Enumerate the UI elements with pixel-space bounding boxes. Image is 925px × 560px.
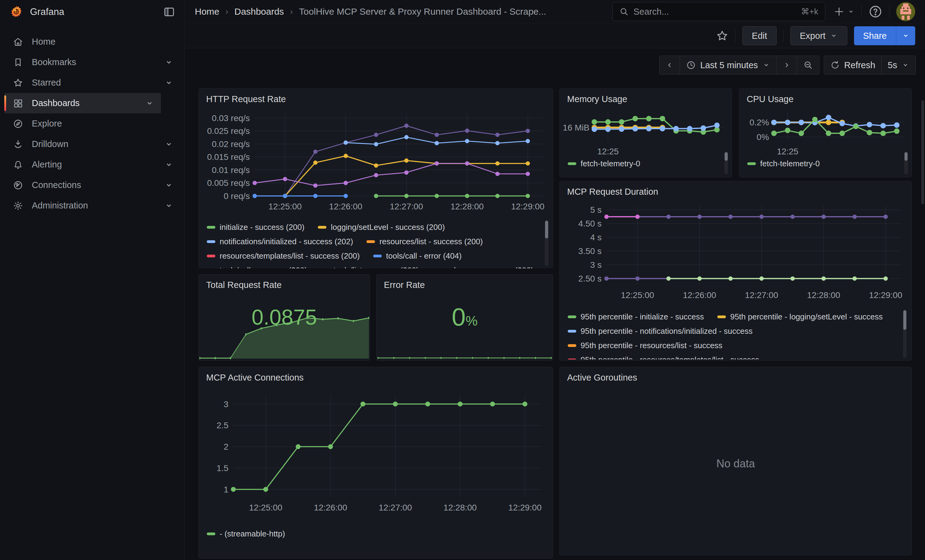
svg-text:2.5: 2.5 [217,420,229,430]
http-request-rate-chart[interactable]: 12:25:0012:26:0012:27:0012:28:0012:29:00… [201,107,547,219]
breadcrumb: Home › Dashboards › ToolHive MCP Server … [195,6,546,17]
legend-item[interactable]: 95th percentile - resources/list - succe… [568,341,723,350]
legend-item[interactable]: tools/call - success (200) [207,266,307,269]
legend-row-clipped: tools/call - success (200) tools/list - … [207,263,541,269]
chevron-down-icon [164,140,173,149]
legend-label: unknown - success (200) [445,266,533,269]
svg-text:12:25: 12:25 [597,147,619,155]
legend-item[interactable]: 95th percentile - resources/templates/li… [568,355,759,359]
legend-item[interactable]: resources/list - success (200) [366,237,483,246]
legend-item[interactable]: unknown - success (200) [432,266,533,269]
panel-title[interactable]: MCP Active Connections [206,372,304,383]
search-input[interactable]: Search... ⌘+k [612,2,825,21]
sidebar-toggle-icon[interactable] [163,6,175,18]
legend-item[interactable]: resources/templates/list - success (200) [207,251,360,261]
svg-text:0.01 req/s: 0.01 req/s [212,165,250,175]
breadcrumb-home[interactable]: Home [195,6,219,17]
cpu-usage-chart[interactable]: 12:250.2%0% [742,103,907,155]
sidebar-item-label: Administration [32,201,156,211]
series-swatch [207,255,215,257]
svg-text:12:29:00: 12:29:00 [869,290,902,300]
time-shift-forward-button[interactable] [777,56,797,75]
legend-item[interactable]: initialize - success (200) [207,222,304,232]
zoom-out-button[interactable] [797,56,820,75]
svg-text:12:27:00: 12:27:00 [745,290,778,300]
scrollbar-thumb[interactable] [904,152,908,161]
svg-text:1.5: 1.5 [217,463,229,473]
sidebar-item-starred[interactable]: Starred [4,72,180,93]
panel-title[interactable]: Active Goroutines [567,372,637,383]
svg-text:12:27:00: 12:27:00 [379,503,412,512]
svg-text:3 s: 3 s [590,260,601,270]
panel-total-request-rate: Total Request Rate 0.0875 [199,274,370,361]
mcp-request-duration-chart[interactable]: 12:25:0012:26:0012:27:0012:28:0012:29:00… [562,198,905,306]
mcp-active-connections-chart[interactable]: 12:25:0012:26:0012:27:0012:28:0012:29:00… [201,386,547,523]
chevron-down-icon [830,32,838,40]
panel-title[interactable]: Error Rate [384,280,425,290]
time-range-label: Last 5 minutes [700,60,758,70]
sidebar-item-dashboards[interactable]: Dashboards [4,93,161,113]
panel-title[interactable]: Total Request Rate [206,280,282,290]
legend-item[interactable]: 95th percentile - logging/setLevel - suc… [717,312,883,321]
memory-usage-chart[interactable]: 12:2516 MiB [562,103,728,155]
breadcrumb-dashboards[interactable]: Dashboards [234,6,284,17]
app-brand: Grafana [30,6,156,17]
panel-title[interactable]: HTTP Request Rate [206,94,286,104]
bookmark-icon [13,57,23,68]
sidebar: Grafana Home Bookmarks Starred Dashboard… [0,0,185,560]
series-swatch [568,162,576,165]
svg-text:12:29:00: 12:29:00 [511,202,544,211]
legend-item[interactable]: 95th percentile - initialize - success [568,312,704,321]
legend-item[interactable]: 95th percentile - notifications/initiali… [568,326,752,336]
legend-item[interactable]: notifications/initialized - success (202… [207,237,353,246]
legend-item[interactable]: fetch-telemetry-0 [568,159,640,168]
panel-memory-usage: Memory Usage 12:2516 MiB fetch-telemetry… [559,89,732,177]
scrollbar-thumb[interactable] [725,152,728,161]
legend-item[interactable]: tools/call - error (404) [373,251,462,261]
help-button[interactable] [868,5,883,19]
share-dropdown-button[interactable] [896,26,915,45]
time-shift-back-button[interactable] [659,56,680,75]
edit-button[interactable]: Edit [743,26,777,45]
share-button[interactable]: Share [854,26,896,45]
svg-text:12:25: 12:25 [777,147,798,155]
stat-value: 0% [377,303,553,331]
legend-item[interactable]: fetch-telemetry-0 [747,159,820,168]
svg-text:12:25:00: 12:25:00 [621,290,654,300]
sidebar-item-administration[interactable]: Administration [4,195,180,216]
user-avatar[interactable] [896,2,915,21]
legend-label: 95th percentile - initialize - success [581,312,704,321]
panel-title[interactable]: MCP Request Duration [567,187,658,197]
time-range-picker[interactable]: Last 5 minutes [680,56,777,75]
refresh-interval-picker[interactable]: 5s [881,56,916,75]
panel-mcp-request-duration: MCP Request Duration 12:25:0012:26:0012:… [559,181,912,361]
chevron-down-icon [164,181,173,190]
export-button[interactable]: Export [790,26,847,45]
favorite-star-button[interactable] [716,29,729,42]
panel-active-goroutines: Active Goroutines No data [559,367,912,555]
add-new-button[interactable] [833,6,855,17]
sidebar-item-label: Alerting [32,159,156,170]
scrollbar-thumb[interactable] [903,310,906,330]
sidebar-item-connections[interactable]: Connections [4,175,180,195]
scrollbar-thumb[interactable] [545,221,548,239]
refresh-label: Refresh [844,60,875,70]
sidebar-item-alerting[interactable]: Alerting [4,155,180,175]
refresh-group: Refresh 5s [824,56,916,75]
legend-item[interactable]: - (streamable-http) [207,529,285,539]
series-swatch [747,162,756,165]
legend-row: initialize - success (200) logging/setLe… [207,220,541,234]
series-swatch [207,533,215,535]
sidebar-item-home[interactable]: Home [4,32,180,52]
sidebar-item-explore[interactable]: Explore [4,113,180,134]
refresh-button[interactable]: Refresh [824,56,882,75]
series-swatch [207,240,215,243]
avatar-image [896,2,915,21]
error-rate-sparkline[interactable] [377,352,552,360]
sidebar-item-drilldown[interactable]: Drilldown [4,134,180,155]
page-scrollbar-thumb[interactable] [921,100,924,204]
legend-item[interactable]: tools/list - success (200) [321,266,419,269]
sidebar-item-bookmarks[interactable]: Bookmarks [4,52,180,72]
chevron-down-icon [901,61,909,69]
legend-item[interactable]: logging/setLevel - success (200) [318,222,445,232]
